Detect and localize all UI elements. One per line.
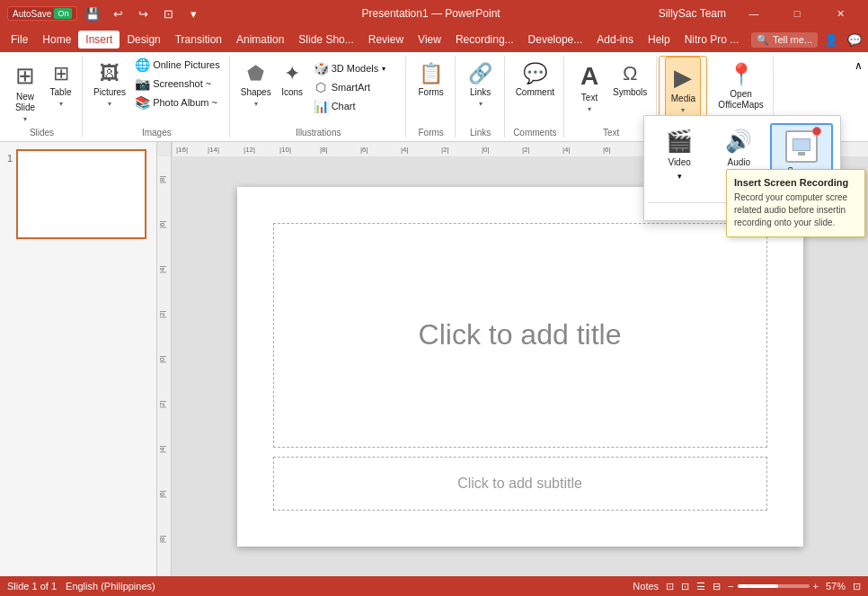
comment-button[interactable]: 💬 Comment (512, 56, 558, 119)
images-small-col: 🌐 Online Pictures 📷 Screenshot ~ 📚 Photo… (131, 56, 224, 111)
menu-addins[interactable]: Add-ins (589, 31, 641, 49)
comments-icon[interactable]: 💬 (845, 30, 864, 49)
search-box[interactable]: 🔍 Tell me... (751, 32, 818, 48)
media-arrow[interactable]: ▾ (681, 106, 685, 114)
screenshot-button[interactable]: 📷 Screenshot ~ (131, 75, 224, 93)
zoom-percent[interactable]: 57% (826, 581, 846, 592)
minimize-button[interactable]: — (733, 0, 775, 27)
slide-subtitle-text[interactable]: Click to add subtitle (457, 476, 582, 492)
comments-content: 💬 Comment (512, 56, 558, 126)
chart-button[interactable]: 📊 Chart (310, 97, 400, 115)
restore-button[interactable]: □ (776, 0, 818, 27)
icons-button[interactable]: ✦ Icons (277, 56, 308, 119)
customize-button[interactable]: ▾ (183, 4, 203, 23)
shapes-button[interactable]: ⬟ Shapes ▾ (237, 56, 275, 119)
ruler-vertical: |8| |6| |4| |2| |0| |2| |4| |6| |8| (157, 156, 172, 576)
slide-subtitle-area[interactable]: Click to add subtitle (273, 457, 767, 511)
close-button[interactable]: ✕ (819, 0, 861, 27)
new-slide-label: NewSlide (15, 92, 35, 113)
svg-text:|0|: |0| (482, 146, 490, 154)
menu-transition[interactable]: Transition (168, 31, 229, 49)
menu-review[interactable]: Review (361, 31, 411, 49)
save-button[interactable]: 💾 (83, 4, 102, 23)
menu-design[interactable]: Design (120, 31, 167, 49)
fit-to-window-icon[interactable]: ⊡ (681, 581, 689, 592)
photo-album-button[interactable]: 📚 Photo Album ~ (131, 93, 224, 111)
autosave-state[interactable]: On (54, 8, 72, 19)
smartart-button[interactable]: ⬡ SmartArt (310, 78, 400, 96)
notes-button[interactable]: Notes (633, 581, 659, 592)
slide-title-area[interactable]: Click to add title (273, 223, 767, 448)
slide-row: 1 (7, 149, 149, 239)
zoom-in-icon[interactable]: + (813, 581, 819, 592)
menu-home[interactable]: Home (35, 31, 78, 49)
links-button[interactable]: 🔗 Links ▾ (463, 56, 499, 119)
video-icon: 🎬 (666, 129, 693, 154)
table-label: Table (50, 87, 72, 98)
new-slide-button[interactable]: ⊞ NewSlide ▾ (7, 56, 43, 119)
comment-label: Comment (516, 87, 554, 98)
forms-button[interactable]: 📋 Forms (413, 56, 449, 119)
menu-insert[interactable]: Insert (78, 31, 120, 49)
text-arrow[interactable]: ▾ (588, 105, 591, 113)
shapes-arrow[interactable]: ▾ (254, 100, 258, 108)
forms-icon: 📋 (419, 62, 443, 85)
share-icon[interactable]: 👤 (821, 30, 841, 49)
links-content: 🔗 Links ▾ (463, 56, 499, 126)
view-icon-2[interactable]: ☰ (696, 581, 705, 592)
menu-view[interactable]: View (411, 31, 448, 49)
view-icon-3[interactable]: ⊟ (713, 581, 721, 592)
ribbon-group-forms: 📋 Forms Forms (408, 56, 456, 138)
online-pictures-button[interactable]: 🌐 Online Pictures (131, 56, 224, 74)
table-button[interactable]: ⊞ Table ▾ (45, 56, 76, 119)
media-icon: ▶ (674, 64, 692, 92)
links-arrow[interactable]: ▾ (479, 100, 483, 108)
media-label: Media (671, 93, 695, 104)
menu-animation[interactable]: Animation (229, 31, 291, 49)
slide-thumbnail[interactable] (16, 149, 146, 239)
layout-button[interactable]: ⊡ (158, 4, 178, 23)
menu-file[interactable]: File (4, 31, 35, 49)
svg-text:|6|: |6| (158, 490, 166, 498)
slides-group-label: Slides (30, 126, 54, 138)
autosave-badge[interactable]: AutoSave On (7, 6, 77, 21)
normal-view-icon[interactable]: ⊡ (666, 581, 674, 592)
undo-button[interactable]: ↩ (108, 4, 128, 23)
new-slide-arrow[interactable]: ▾ (23, 115, 27, 123)
menu-slideshow[interactable]: Slide Sho... (291, 31, 360, 49)
svg-text:|2|: |2| (522, 146, 530, 154)
slide-title-text[interactable]: Click to add title (419, 318, 622, 351)
officemaps-label: OpenOfficeMaps (718, 89, 763, 111)
language: English (Philippines) (66, 581, 155, 592)
comments-group-label: Comments (513, 126, 556, 138)
menu-developer[interactable]: Develope... (521, 31, 590, 49)
video-item[interactable]: 🎬 Video ▾ (651, 123, 707, 195)
zoom-slider[interactable] (738, 584, 810, 588)
zoom-bar[interactable]: − + (728, 581, 819, 592)
3d-models-button[interactable]: 🎲 3D Models ▾ (310, 59, 400, 77)
symbols-button[interactable]: Ω Symbols (609, 56, 651, 119)
media-button[interactable]: ▶ Media ▾ (665, 57, 701, 120)
screen-rec-dot (812, 127, 821, 136)
text-button[interactable]: A Text ▾ (571, 56, 607, 119)
menu-recording[interactable]: Recording... (448, 31, 521, 49)
fit-slide-icon[interactable]: ⊡ (853, 581, 861, 592)
title-bar: AutoSave On 💾 ↩ ↪ ⊡ ▾ Presentation1 — Po… (0, 0, 868, 27)
slide-canvas[interactable]: Click to add title Click to add subtitle (237, 187, 803, 547)
illustrations-group-label: Illustrations (296, 126, 341, 138)
svg-text:|4|: |4| (158, 265, 166, 273)
svg-text:|14|: |14| (208, 146, 219, 154)
table-arrow[interactable]: ▾ (59, 100, 63, 108)
pictures-arrow[interactable]: ▾ (108, 100, 111, 108)
open-officemaps-button[interactable]: 📍 OpenOfficeMaps (714, 56, 766, 119)
menu-nitro[interactable]: Nitro Pro ... (678, 31, 747, 49)
text-icon: A (580, 62, 598, 91)
svg-text:|8|: |8| (158, 535, 166, 543)
3d-models-arrow[interactable]: ▾ (382, 65, 385, 73)
pictures-button[interactable]: 🖼 Pictures ▾ (90, 56, 129, 119)
ribbon-collapse-button[interactable]: ∧ (851, 56, 866, 138)
redo-button[interactable]: ↪ (133, 4, 153, 23)
audio-label: Audio (728, 157, 751, 168)
zoom-out-icon[interactable]: − (728, 581, 733, 592)
menu-help[interactable]: Help (641, 31, 678, 49)
